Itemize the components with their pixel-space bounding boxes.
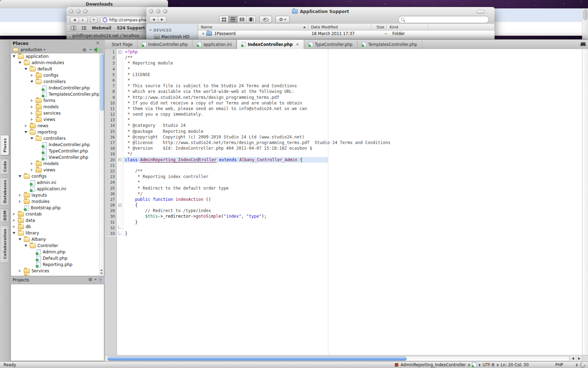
close-tab-icon[interactable]: ×	[296, 42, 299, 47]
disclosure-triangle-icon[interactable]	[12, 225, 16, 228]
scrollbar-track[interactable]	[106, 356, 570, 361]
disclosure-triangle-icon[interactable]	[12, 219, 16, 222]
code-line[interactable]: * Reporting index controller	[123, 174, 582, 179]
table-row[interactable]: 1Password 18 March 2011 17:37 -- Folder	[198, 30, 495, 37]
fold-collapse-icon[interactable]	[118, 158, 121, 161]
code-line[interactable]: /**	[123, 168, 582, 174]
editor-tab-indexcontroller-php[interactable]: IndexController.php	[138, 40, 193, 49]
disclosure-triangle-icon[interactable]	[12, 232, 16, 234]
tree-item-library[interactable]: library	[11, 230, 99, 236]
disclosure-triangle-icon[interactable]	[30, 105, 34, 108]
icon-view-button[interactable]	[219, 16, 228, 23]
column-header-name[interactable]: Name	[198, 24, 308, 30]
disclosure-triangle-icon[interactable]	[12, 213, 16, 216]
close-window-icon[interactable]	[69, 9, 74, 13]
code-line[interactable]: /**	[123, 55, 582, 60]
tree-item-views[interactable]: views	[11, 116, 99, 123]
scroll-right-icon[interactable]	[576, 355, 583, 362]
column-header-size[interactable]: Size	[371, 24, 387, 30]
side-tab-databases[interactable]: Databases	[1, 178, 9, 205]
tree-item-default-php[interactable]: Default.php	[11, 255, 99, 261]
tree-item-controllers[interactable]: controllers	[11, 79, 99, 85]
status-language[interactable]: PHP	[555, 362, 563, 367]
bookmark-item[interactable]: Webmail	[92, 26, 111, 30]
disclosure-triangle-icon[interactable]	[24, 245, 28, 247]
scroll-down-icon[interactable]	[100, 273, 103, 274]
tree-item-indexcontroller-php[interactable]: IndexController.php	[11, 85, 99, 91]
tree-item-reporting[interactable]: reporting	[11, 129, 99, 135]
code-line[interactable]: class AdminReporting_IndexController ext…	[123, 157, 328, 163]
scroll-up-icon[interactable]	[100, 269, 103, 271]
disclosure-triangle-icon[interactable]	[24, 68, 28, 70]
tree-item-viewcontroller-php[interactable]: ViewController.php	[11, 154, 99, 161]
disclosure-triangle-icon[interactable]	[30, 81, 34, 83]
tree-item-views[interactable]: views	[11, 167, 99, 173]
zoom-window-icon[interactable]	[83, 9, 88, 13]
code-line[interactable]: * them via the web, please send an email…	[123, 106, 582, 111]
disclosure-triangle-icon[interactable]	[30, 162, 34, 165]
code-line[interactable]: * Redirect to the default order type	[123, 185, 582, 191]
coverflow-view-button[interactable]	[246, 16, 255, 23]
disclosure-triangle-icon[interactable]	[24, 124, 28, 127]
filter-icon[interactable]	[99, 279, 102, 281]
code-line[interactable]: {	[123, 202, 582, 208]
tree-item-layouts[interactable]: layouts	[11, 192, 99, 198]
code-line[interactable]: * http://www.studio24.net/terms/design_p…	[123, 95, 582, 100]
code-line[interactable]: * @package Reporting module	[123, 129, 582, 134]
code-line[interactable]: * send you a copy immediately.	[123, 111, 582, 117]
navigate-forward-icon[interactable]	[99, 48, 102, 52]
code-line[interactable]: <?php	[123, 49, 582, 55]
scrollbar-thumb[interactable]	[100, 54, 104, 111]
forward-button[interactable]	[79, 17, 88, 23]
tree-item-db[interactable]: db	[11, 224, 99, 230]
tree-item-application-ini[interactable]: application.ini	[11, 186, 99, 192]
close-panel-icon[interactable]: ×	[96, 41, 99, 45]
side-tab-places[interactable]: Places	[1, 135, 9, 155]
bookmark-item[interactable]: S24 Support	[117, 26, 145, 30]
disclosure-triangle-icon[interactable]	[18, 200, 22, 203]
disclosure-triangle-icon[interactable]	[12, 55, 16, 57]
tree-item-controller[interactable]: Controller	[11, 243, 99, 249]
tree-item-services[interactable]: Services	[11, 268, 99, 274]
code-line[interactable]: * LICENSE	[123, 72, 582, 77]
fold-collapse-icon[interactable]	[118, 204, 121, 207]
tab-overflow-icon[interactable]	[580, 42, 586, 46]
tree-item-default[interactable]: default	[11, 66, 99, 72]
back-button[interactable]	[149, 16, 158, 22]
code-line[interactable]: *	[123, 66, 582, 72]
scroll-left-icon[interactable]	[570, 355, 576, 362]
tree-item-models[interactable]: models	[11, 161, 99, 167]
disclosure-triangle-icon[interactable]	[18, 270, 22, 272]
list-view-button[interactable]	[228, 16, 237, 23]
side-tab-dom[interactable]: DOM	[1, 209, 9, 222]
code-line[interactable]: * which are available via the world-wide…	[123, 89, 582, 94]
tree-item-configs[interactable]: configs	[11, 173, 99, 179]
tree-scrollbar[interactable]	[99, 53, 104, 276]
code-line[interactable]: * If you did not receive a copy of our T…	[123, 100, 582, 106]
editor-tab-application-ini[interactable]: application.ini	[192, 40, 237, 49]
code-line[interactable]: * This source file is subject to the Stu…	[123, 83, 582, 89]
sidebar-item-macintosh-hd[interactable]: Macintosh HD	[154, 34, 189, 39]
column-header-date-modified[interactable]: Date Modified	[308, 24, 371, 30]
column-view-button[interactable]	[237, 16, 246, 23]
code-line[interactable]	[123, 163, 582, 168]
gear-icon[interactable]: ⚙	[82, 48, 86, 52]
stepper-icon[interactable]	[468, 363, 470, 367]
disclosure-triangle-icon[interactable]	[30, 118, 34, 121]
tree-item-albany[interactable]: Albany	[11, 236, 99, 243]
code-line[interactable]: *	[123, 179, 582, 185]
stepper-icon[interactable]	[478, 363, 481, 367]
code-line[interactable]: public function indexAction ()	[123, 197, 582, 202]
scrollbar-thumb[interactable]	[107, 357, 407, 361]
tree-item-admin-ini[interactable]: admin.ini	[11, 179, 99, 186]
top-sites-icon[interactable]	[82, 26, 86, 30]
tree-item-templatescontroller-php[interactable]: TemplatesController.php	[11, 91, 99, 97]
stepper-icon[interactable]	[576, 363, 578, 367]
disclosure-triangle-icon[interactable]	[18, 194, 22, 197]
tree-item-admin-php[interactable]: Admin.php	[11, 249, 99, 255]
tree-item-bootstrap-php[interactable]: Bootstrap.php	[11, 205, 99, 211]
code-line[interactable]: * @category Studio 24	[123, 123, 582, 128]
code-line[interactable]: }	[123, 231, 582, 236]
tree-item-models[interactable]: models	[11, 104, 99, 110]
code-line[interactable]: *	[123, 77, 582, 83]
